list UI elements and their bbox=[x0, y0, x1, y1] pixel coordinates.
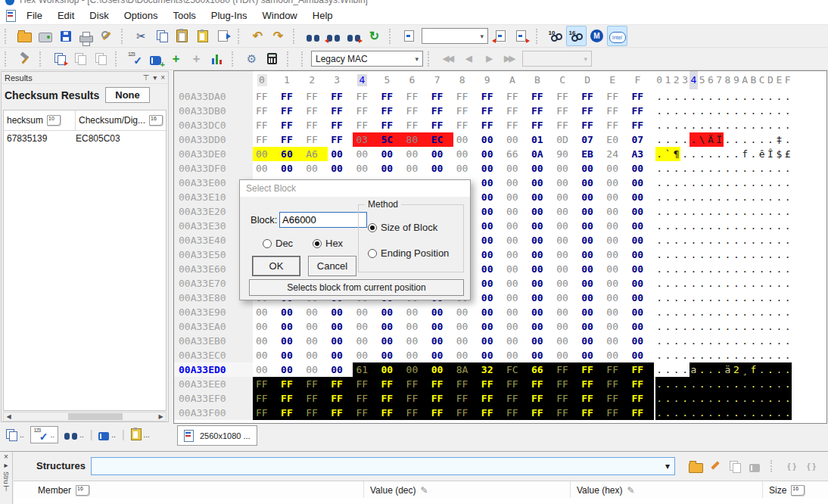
hex-row-address[interactable]: 00A33DC0 bbox=[174, 118, 253, 132]
hex-byte[interactable]: 00 bbox=[478, 190, 503, 204]
ascii-char[interactable]: . bbox=[706, 305, 714, 319]
hex-byte[interactable]: FF bbox=[353, 391, 378, 406]
ascii-char[interactable]: . bbox=[758, 233, 766, 247]
ascii-char[interactable]: . bbox=[724, 147, 732, 161]
ascii-char[interactable]: . bbox=[698, 406, 706, 420]
hex-byte[interactable]: 00 bbox=[578, 305, 603, 319]
hex-byte[interactable]: 00 bbox=[628, 276, 653, 291]
hex-byte[interactable]: 00 bbox=[328, 334, 353, 348]
ascii-char[interactable]: . bbox=[698, 190, 706, 204]
ascii-char[interactable]: . bbox=[680, 391, 689, 406]
hex-row-address[interactable]: 00A33EA0 bbox=[174, 319, 253, 334]
ascii-char[interactable]: . bbox=[664, 319, 672, 334]
ascii-char[interactable]: . bbox=[724, 190, 732, 204]
ascii-char[interactable]: . bbox=[689, 391, 698, 406]
ascii-char[interactable]: . bbox=[706, 319, 714, 334]
ascii-char[interactable]: . bbox=[749, 319, 758, 334]
results-horizontal-scrollbar[interactable]: ◀ ▶ bbox=[3, 412, 167, 422]
hex-byte[interactable]: 00 bbox=[603, 262, 628, 276]
ascii-char[interactable]: . bbox=[715, 89, 724, 104]
hex-byte[interactable]: FF bbox=[253, 104, 278, 118]
ascii-char[interactable]: . bbox=[664, 291, 672, 305]
ascii-char[interactable]: . bbox=[698, 276, 706, 291]
ascii-char[interactable]: . bbox=[783, 276, 792, 291]
ascii-char[interactable]: . bbox=[655, 377, 664, 391]
hex-byte[interactable]: 00 bbox=[328, 362, 353, 377]
ascii-char[interactable]: . bbox=[783, 132, 792, 147]
radio-hex-circle[interactable] bbox=[313, 239, 322, 248]
menu-options[interactable]: Options bbox=[117, 10, 166, 21]
hex-byte[interactable]: 00 bbox=[553, 262, 578, 276]
menu-window[interactable]: Window bbox=[255, 10, 305, 21]
hex-byte[interactable]: 00 bbox=[553, 334, 578, 348]
hex-byte[interactable]: 00 bbox=[428, 348, 453, 362]
hex-byte[interactable]: 00 bbox=[603, 247, 628, 262]
ascii-char[interactable]: . bbox=[689, 406, 698, 420]
hex-byte[interactable]: 00 bbox=[603, 334, 628, 348]
toolbar-grip[interactable] bbox=[428, 51, 434, 67]
chevron-down-icon[interactable]: ▾ bbox=[153, 73, 157, 82]
radio-size-of-block[interactable]: Size of Block bbox=[368, 222, 437, 233]
ascii-char[interactable]: . bbox=[758, 377, 766, 391]
cut-button[interactable]: ✂ bbox=[131, 26, 151, 46]
ascii-char[interactable]: . bbox=[680, 377, 689, 391]
hex-byte[interactable]: 00 bbox=[503, 348, 528, 362]
hex-byte[interactable]: FF bbox=[253, 89, 278, 104]
ascii-char[interactable]: . bbox=[698, 204, 706, 219]
ascii-char[interactable]: . bbox=[664, 176, 672, 190]
hex-byte[interactable]: FF bbox=[603, 104, 628, 118]
menu-help[interactable]: Help bbox=[305, 10, 341, 21]
hex-byte[interactable]: 66 bbox=[528, 362, 553, 377]
ascii-char[interactable]: . bbox=[664, 118, 672, 132]
hex-byte[interactable]: FF bbox=[628, 104, 653, 118]
hex-byte[interactable]: FF bbox=[453, 118, 478, 132]
hex-byte[interactable]: 00 bbox=[603, 291, 628, 305]
goto-button[interactable] bbox=[399, 26, 419, 46]
hex-byte[interactable]: FF bbox=[403, 89, 428, 104]
ascii-char[interactable]: . bbox=[655, 348, 664, 362]
ascii-char[interactable]: . bbox=[766, 319, 774, 334]
hex-byte[interactable]: 00 bbox=[253, 334, 278, 348]
ascii-char[interactable]: . bbox=[783, 319, 792, 334]
ascii-char[interactable]: . bbox=[689, 161, 698, 176]
hex-byte[interactable]: 00 bbox=[553, 305, 578, 319]
cancel-button[interactable]: Cancel bbox=[308, 256, 356, 276]
ascii-char[interactable]: . bbox=[715, 377, 724, 391]
ascii-char[interactable]: . bbox=[680, 204, 689, 219]
hex-byte[interactable]: 00 bbox=[328, 348, 353, 362]
hex-byte[interactable]: FF bbox=[603, 406, 628, 420]
hex-byte[interactable]: 00 bbox=[253, 348, 278, 362]
ascii-char[interactable]: . bbox=[680, 219, 689, 233]
ascii-char[interactable]: . bbox=[749, 104, 758, 118]
ascii-char[interactable]: . bbox=[749, 334, 758, 348]
ascii-char[interactable]: . bbox=[706, 348, 714, 362]
ascii-char[interactable]: . bbox=[698, 247, 706, 262]
ascii-char[interactable]: . bbox=[724, 104, 732, 118]
ascii-char[interactable]: . bbox=[749, 147, 758, 161]
hex-byte[interactable]: 00 bbox=[478, 247, 503, 262]
ascii-char[interactable]: . bbox=[672, 406, 680, 420]
ascii-char[interactable]: . bbox=[689, 176, 698, 190]
ascii-char[interactable]: . bbox=[724, 334, 732, 348]
value-dec-column-header[interactable]: Value (dec) ✎ bbox=[363, 481, 569, 499]
hex-byte[interactable]: 00 bbox=[403, 348, 428, 362]
ascii-char[interactable]: . bbox=[698, 89, 706, 104]
hex-byte[interactable]: 00 bbox=[253, 147, 278, 161]
ascii-char[interactable]: . bbox=[706, 262, 714, 276]
ascii-char[interactable]: a bbox=[689, 362, 698, 377]
hex-byte[interactable]: 00 bbox=[303, 334, 328, 348]
menu-edit[interactable]: Edit bbox=[50, 10, 82, 21]
ascii-char[interactable]: . bbox=[740, 132, 749, 147]
hex-byte[interactable]: FF bbox=[428, 391, 453, 406]
hex-byte[interactable]: 07 bbox=[628, 132, 653, 147]
ascii-char[interactable]: . bbox=[680, 132, 689, 147]
structures-combo[interactable]: ▾ bbox=[91, 457, 675, 475]
ascii-char[interactable]: . bbox=[740, 89, 749, 104]
hex-byte[interactable]: A3 bbox=[628, 147, 653, 161]
select-from-position-button[interactable]: Selects block from current position bbox=[249, 279, 464, 296]
hex-byte[interactable]: 00 bbox=[603, 219, 628, 233]
hex-byte[interactable]: 00 bbox=[328, 305, 353, 319]
ascii-char[interactable]: . bbox=[689, 204, 698, 219]
ascii-char[interactable]: . bbox=[680, 147, 689, 161]
ascii-char[interactable]: . bbox=[732, 391, 740, 406]
